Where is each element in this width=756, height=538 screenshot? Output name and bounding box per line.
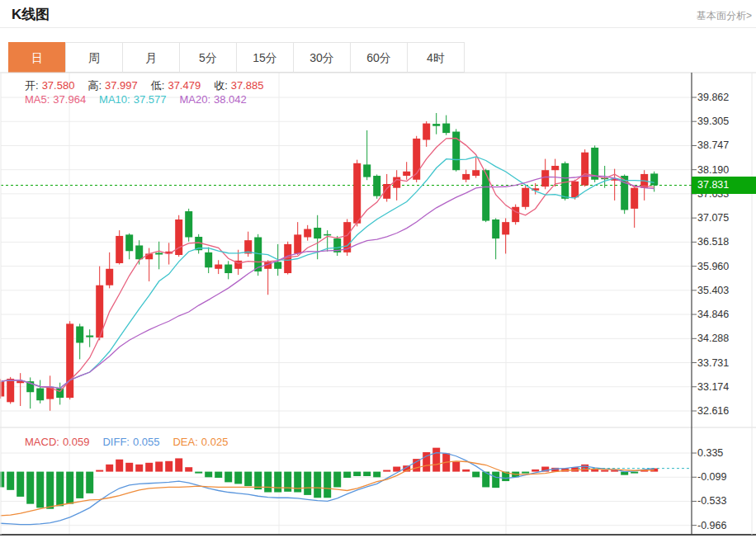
macd-bar — [86, 472, 93, 493]
candle — [432, 124, 440, 126]
macd-row-value: 0.059 — [63, 436, 90, 448]
macd-bar — [383, 470, 390, 472]
macd-bar — [7, 472, 14, 490]
macd-bar — [116, 460, 123, 472]
macd-bar — [432, 448, 440, 472]
macd-bar — [343, 472, 351, 478]
ohlc-row-value: 37.997 — [105, 79, 138, 92]
candle — [482, 170, 489, 220]
macd-bar — [314, 472, 321, 498]
ohlc-row-value: 37.479 — [168, 79, 201, 92]
y-axis-label: 33.174 — [697, 380, 752, 394]
macd-bar — [353, 472, 361, 476]
macd-bar — [294, 472, 301, 493]
y-axis-label: 38.747 — [697, 139, 752, 152]
candle — [324, 234, 331, 236]
macd-bar — [472, 472, 480, 478]
candle — [7, 379, 14, 402]
y-axis-label: 39.305 — [697, 115, 752, 128]
y-axis-label: -0.099 — [697, 470, 752, 484]
candle — [66, 323, 73, 398]
y-axis-label: 37.075 — [697, 211, 752, 224]
macd-bar — [333, 472, 341, 488]
y-axis-label: 34.288 — [697, 332, 752, 345]
macd-readout: MACD:0.059DIFF:0.055DEA:0.025 — [25, 436, 241, 448]
macd-bar — [165, 461, 172, 472]
macd-bar — [135, 465, 143, 472]
macd-bar — [363, 472, 371, 476]
candle — [472, 170, 480, 176]
macd-bar — [532, 470, 539, 472]
ma5-line — [1, 139, 654, 392]
macd-bar — [234, 472, 242, 484]
y-axis-label: 35.403 — [697, 284, 752, 297]
macd-bar — [26, 472, 34, 504]
candle — [571, 182, 579, 197]
candle — [522, 188, 529, 207]
candle — [294, 234, 301, 253]
macd-bar — [601, 470, 608, 472]
macd-bar — [274, 472, 281, 493]
macd-bar — [56, 472, 64, 507]
candle — [106, 269, 113, 286]
macd-bar — [106, 465, 113, 472]
kline-page: K线图 基本面分析> 日周月5分15分30分60分4时 39.86239.305… — [0, 0, 756, 538]
macd-bar — [522, 472, 529, 474]
ohlc-row-label: 低: — [151, 79, 165, 92]
candle — [541, 170, 549, 186]
candle — [116, 236, 123, 263]
macd-bar — [224, 472, 232, 483]
candle — [185, 211, 192, 237]
chart-area[interactable]: 39.86239.30538.74738.19037.63337.07536.5… — [0, 0, 756, 538]
candle — [56, 389, 64, 399]
macd-bar — [215, 472, 222, 478]
macd-bar — [205, 472, 212, 478]
macd-bar — [175, 458, 182, 471]
macd-bar — [591, 470, 598, 472]
macd-bar — [264, 472, 272, 493]
candle — [581, 153, 588, 186]
candle — [353, 163, 361, 224]
y-axis-label: -0.966 — [697, 519, 752, 532]
macd-bar — [185, 467, 192, 471]
candle — [155, 252, 163, 254]
candle — [502, 222, 509, 234]
ma-readout: MA5:37.964MA10:37.577MA20:38.042 — [25, 93, 260, 106]
candle — [492, 219, 499, 238]
candle — [423, 124, 430, 140]
macd-bar — [125, 463, 133, 472]
macd-row-label: DIFF: — [102, 436, 130, 448]
macd-bar — [36, 472, 44, 508]
ma-row-value: 38.042 — [214, 93, 247, 106]
candle — [215, 265, 222, 269]
ohlc-row-value: 37.885 — [231, 79, 264, 92]
candle — [462, 174, 470, 180]
candle — [224, 265, 232, 273]
ma-row-value: 37.964 — [53, 93, 86, 106]
macd-bar — [373, 472, 380, 478]
y-axis-label: 38.190 — [697, 163, 752, 177]
candle — [205, 252, 212, 267]
candle — [145, 253, 153, 259]
macd-bar — [324, 472, 331, 498]
macd-bar — [17, 472, 24, 497]
macd-bar — [145, 463, 153, 472]
macd-bar — [492, 472, 499, 488]
y-axis-label: 34.846 — [697, 308, 752, 321]
current-price-label: 37.831 — [692, 177, 756, 194]
macd-bar — [452, 461, 460, 471]
candle — [403, 172, 410, 176]
y-axis-label: -0.533 — [697, 494, 752, 507]
candle — [442, 124, 450, 134]
ma10-line — [1, 157, 654, 389]
candle — [512, 207, 519, 222]
candle — [76, 327, 83, 343]
candle — [452, 132, 460, 171]
macd-bar — [244, 472, 252, 487]
candle — [274, 262, 281, 268]
macd-bar — [284, 472, 291, 492]
macd-bar — [631, 472, 638, 474]
y-axis-label: 35.960 — [697, 260, 752, 273]
candle — [561, 163, 569, 199]
candle — [304, 229, 311, 238]
